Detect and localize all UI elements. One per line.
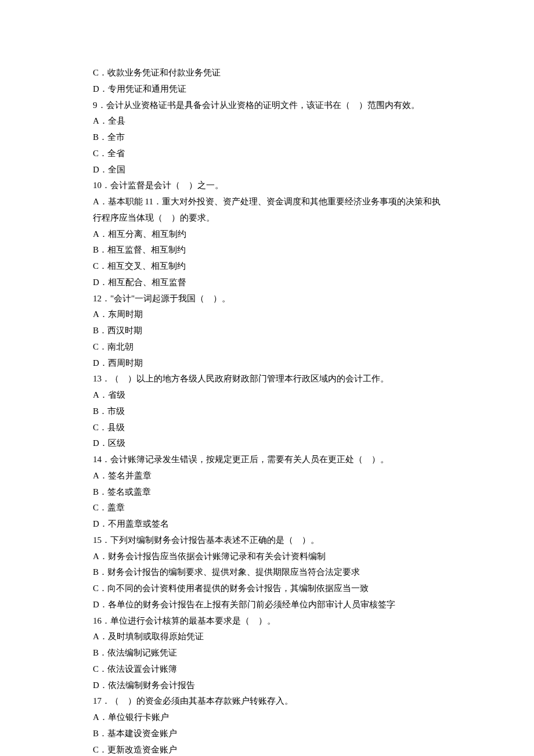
text-line: A．东周时期 xyxy=(93,307,441,323)
text-line: 9．会计从业资格证书是具备会计从业资格的证明文件，该证书在（ ）范围内有效。 xyxy=(93,98,441,114)
text-line: D．不用盖章或签名 xyxy=(93,516,441,532)
text-line: D．各单位的财务会计报告在上报有关部门前必须经单位内部审计人员审核签字 xyxy=(93,597,441,613)
text-line: D．专用凭证和通用凭证 xyxy=(93,81,441,98)
text-line: A．单位银行卡账户 xyxy=(93,710,441,726)
text-line: A．全县 xyxy=(93,113,441,129)
text-line: D．西周时期 xyxy=(93,355,441,372)
text-line: B．签名或盖章 xyxy=(93,484,441,501)
text-line: 13．（ ）以上的地方各级人民政府财政部门管理本行政区域内的会计工作。 xyxy=(93,371,441,387)
text-line: 15．下列对编制财务会计报告基本表述不正确的是（ ）。 xyxy=(93,532,441,549)
text-line: A．基本职能 11．重大对外投资、资产处理、资金调度和其他重要经济业务事项的决策… xyxy=(93,194,441,226)
text-line: B．依法编制记账凭证 xyxy=(93,645,441,661)
text-line: B．相互监督、相互制约 xyxy=(93,242,441,258)
text-line: A．相互分离、相互制约 xyxy=(93,226,441,243)
text-line: D．区级 xyxy=(93,435,441,452)
text-line: B．市级 xyxy=(93,404,441,420)
text-line: A．省级 xyxy=(93,387,441,404)
text-line: D．相互配合、相互监督 xyxy=(93,275,441,291)
text-line: D．全国 xyxy=(93,162,441,178)
document-page: C．收款业务凭证和付款业务凭证 D．专用凭证和通用凭证 9．会计从业资格证书是具… xyxy=(0,0,534,756)
text-line: C．县级 xyxy=(93,420,441,436)
text-line: C．依法设置会计账簿 xyxy=(93,661,441,678)
text-line: B．西汉时期 xyxy=(93,323,441,339)
text-line: A．及时填制或取得原始凭证 xyxy=(93,629,441,645)
text-line: 12．"会计"一词起源于我国（ ）。 xyxy=(93,291,441,307)
text-line: A．签名并盖章 xyxy=(93,468,441,484)
text-line: C．相互交叉、相互制约 xyxy=(93,258,441,275)
text-line: C．盖章 xyxy=(93,500,441,516)
text-line: C．向不同的会计资料使用者提供的财务会计报告，其编制依据应当一致 xyxy=(93,581,441,597)
text-line: B．基本建设资金账户 xyxy=(93,726,441,742)
text-line: 17．（ ）的资金必须由其基本存款账户转账存入。 xyxy=(93,693,441,710)
text-line: 10．会计监督是会计（ ）之一。 xyxy=(93,178,441,194)
text-line: 16．单位进行会计核算的最基本要求是（ ）。 xyxy=(93,613,441,629)
text-line: B．财务会计报告的编制要求、提供对象、提供期限应当符合法定要求 xyxy=(93,564,441,581)
text-line: D．依法编制财务会计报告 xyxy=(93,678,441,694)
text-line: 14．会计账簿记录发生错误，按规定更正后，需要有关人员在更正处（ ）。 xyxy=(93,452,441,468)
text-line: C．全省 xyxy=(93,146,441,162)
text-line: C．收款业务凭证和付款业务凭证 xyxy=(93,65,441,81)
text-line: C．更新改造资金账户 xyxy=(93,742,441,757)
text-line: B．全市 xyxy=(93,129,441,146)
text-line: C．南北朝 xyxy=(93,339,441,355)
text-line: A．财务会计报告应当依据会计账簿记录和有关会计资料编制 xyxy=(93,549,441,565)
